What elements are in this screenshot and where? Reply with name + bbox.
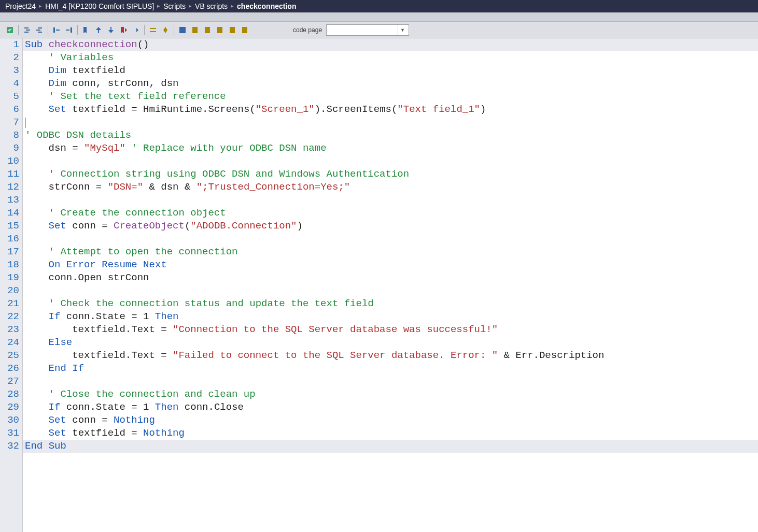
align-right-icon[interactable] <box>63 24 75 36</box>
breadcrumb: Project24▸HMI_4 [KP1200 Comfort SIPLUS]▸… <box>0 0 758 12</box>
token-k: Set <box>49 104 66 115</box>
token-cm: ' Set the text field reference <box>49 91 226 102</box>
code-line[interactable]: strConn = "DSN=" & dsn & ";Trusted_Conne… <box>25 181 756 194</box>
code-line[interactable]: Set conn = Nothing <box>25 414 756 427</box>
code-line[interactable]: Dim textfield <box>25 64 756 77</box>
code-line[interactable]: dsn = "MySql" ' Replace with your ODBC D… <box>25 142 756 155</box>
indent-left-icon[interactable] <box>34 24 45 36</box>
indent-right-icon[interactable] <box>21 24 33 36</box>
toolbar-divider <box>174 25 174 35</box>
line-number: 29 <box>5 401 19 414</box>
token-k: Error <box>66 259 96 270</box>
toolbar-divider <box>77 25 78 35</box>
token-n: dsn = <box>25 142 84 154</box>
token-n <box>25 220 49 232</box>
bookmark-icon[interactable] <box>80 24 92 36</box>
token-n: textfield.Text = <box>25 350 173 361</box>
breadcrumb-separator-icon: ▸ <box>231 3 234 9</box>
script-1-icon[interactable] <box>189 24 201 36</box>
line-number: 3 <box>5 64 19 77</box>
token-cm: ' Create the connection object <box>49 207 226 219</box>
breadcrumb-item[interactable]: Project24 <box>5 2 36 10</box>
code-line[interactable]: Else <box>25 336 756 349</box>
token-n <box>25 78 49 89</box>
check-icon[interactable] <box>4 24 16 36</box>
code-line[interactable]: ' Set the text field reference <box>25 90 756 103</box>
code-line[interactable]: Set textfield = Nothing <box>25 427 756 440</box>
token-n <box>25 363 49 374</box>
code-line[interactable]: Dim conn, strConn, dsn <box>25 77 756 90</box>
code-line[interactable]: ' Attempt to open the connection <box>25 246 756 258</box>
token-n <box>25 337 49 348</box>
prev-bookmark-icon[interactable] <box>93 24 104 36</box>
script-5-icon[interactable] <box>239 24 250 36</box>
toggle-icon[interactable] <box>147 24 159 36</box>
token-fn: CreateObject <box>114 220 185 232</box>
code-line[interactable]: ' ODBC DSN details <box>25 129 756 142</box>
code-line[interactable]: Set conn = CreateObject("ADODB.Connectio… <box>25 220 756 233</box>
token-n <box>25 168 49 180</box>
line-number: 10 <box>5 155 19 168</box>
line-number: 9 <box>5 142 19 155</box>
code-line[interactable] <box>25 233 756 246</box>
line-number: 32 <box>5 440 19 453</box>
token-n: conn = <box>66 414 114 426</box>
line-number: 12 <box>5 181 19 194</box>
code-line[interactable]: If conn.State = 1 Then conn.Close <box>25 401 756 414</box>
code-line[interactable]: textfield.Text = "Failed to connect to t… <box>25 349 756 362</box>
code-line[interactable]: textfield.Text = "Connection to the SQL … <box>25 323 756 336</box>
token-n <box>25 414 49 426</box>
token-n: conn = <box>66 220 114 232</box>
token-n: conn.Open strConn <box>25 272 149 283</box>
code-line[interactable] <box>25 116 756 129</box>
token-n: textfield <box>66 65 125 76</box>
script-3-icon[interactable] <box>214 24 226 36</box>
breadcrumb-separator-icon: ▸ <box>189 3 192 9</box>
code-line[interactable] <box>25 375 756 388</box>
line-number: 6 <box>5 103 19 116</box>
code-line[interactable]: End If <box>25 362 756 375</box>
align-left-icon[interactable] <box>51 24 62 36</box>
breadcrumb-item[interactable]: checkconnection <box>237 2 296 10</box>
breadcrumb-item[interactable]: HMI_4 [KP1200 Comfort SIPLUS] <box>45 2 154 10</box>
token-k: Dim <box>49 78 66 89</box>
code-line[interactable]: Set textfield = HmiRuntime.Screens("Scre… <box>25 103 756 116</box>
breadcrumb-item[interactable]: VB scripts <box>195 2 228 10</box>
token-s: "Failed to connect to the SQL Server dat… <box>173 350 498 361</box>
code-line[interactable] <box>25 194 756 207</box>
code-line[interactable]: ' Create the connection object <box>25 207 756 220</box>
code-line[interactable]: Sub checkconnection() <box>23 38 758 51</box>
script-2-icon[interactable] <box>202 24 213 36</box>
go-to-icon[interactable] <box>130 24 142 36</box>
code-line[interactable]: conn.Open strConn <box>25 271 756 284</box>
clear-bookmarks-icon[interactable] <box>118 24 129 36</box>
token-s: "Screen_1" <box>256 104 315 115</box>
code-area[interactable]: Sub checkconnection() ' Variables Dim te… <box>23 38 758 532</box>
next-bookmark-icon[interactable] <box>105 24 117 36</box>
code-line[interactable] <box>25 155 756 168</box>
code-line[interactable]: ' Close the connection and clean up <box>25 388 756 401</box>
breadcrumb-item[interactable]: Scripts <box>163 2 186 10</box>
token-n <box>137 259 143 270</box>
code-line[interactable]: If conn.State = 1 Then <box>25 310 756 323</box>
token-k: End <box>25 440 43 452</box>
codepage-select[interactable]: ▼ <box>326 24 409 36</box>
script-4-icon[interactable] <box>227 24 238 36</box>
code-line[interactable]: ' Variables <box>25 51 756 64</box>
code-line[interactable]: End Sub <box>23 440 758 453</box>
code-line[interactable]: ' Connection string using ODBC DSN and W… <box>25 168 756 181</box>
object-browser-icon[interactable] <box>177 24 188 36</box>
token-n <box>25 427 49 439</box>
insert-icon[interactable] <box>160 24 171 36</box>
token-s: "DSN=" <box>108 181 143 193</box>
code-line[interactable]: ' Check the connection status and update… <box>25 297 756 310</box>
code-line[interactable]: On Error Resume Next <box>25 258 756 271</box>
toolbar-divider <box>48 25 48 35</box>
token-cm: ' Attempt to open the connection <box>49 246 238 257</box>
toolbar-divider <box>144 25 145 35</box>
code-line[interactable] <box>25 284 756 297</box>
token-k: Next <box>143 259 167 270</box>
token-k: Then <box>155 401 179 413</box>
line-number: 24 <box>5 336 19 349</box>
token-k: Dim <box>49 65 66 76</box>
